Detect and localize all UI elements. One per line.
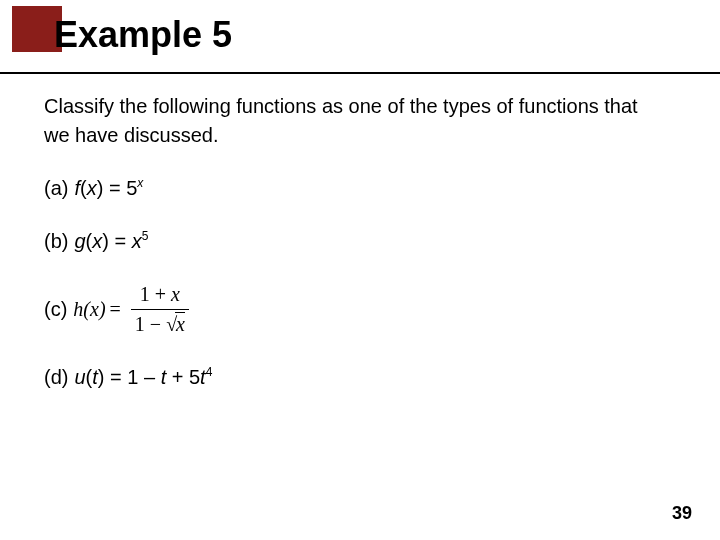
item-c-num-pre: 1 + [140, 283, 171, 305]
item-d-exp: 4 [206, 365, 213, 379]
intro-text: Classify the following functions as one … [44, 92, 644, 150]
item-c-arg: x [90, 298, 99, 320]
item-b-label: (b) [44, 227, 68, 256]
item-b-arg: x [92, 230, 102, 252]
item-a-label: (a) [44, 174, 68, 203]
item-d: (d) u(t) = 1 – t + 5t4 [44, 363, 644, 392]
item-d-func: u [74, 366, 85, 388]
item-c-den-var: x [175, 312, 185, 335]
item-c: (c) h(x)= 1 + x 1 − √x [44, 280, 644, 339]
item-b-func: g [74, 230, 85, 252]
item-c-fraction: 1 + x 1 − √x [131, 280, 189, 339]
slide-title: Example 5 [54, 14, 232, 56]
item-d-mid: + 5 [166, 366, 200, 388]
item-b-exp: 5 [142, 229, 149, 243]
item-b: (b) g(x) = x5 [44, 227, 644, 256]
page-number: 39 [672, 503, 692, 524]
item-a-exp: x [137, 176, 143, 190]
item-b-base: x [132, 230, 142, 252]
item-c-num-var: x [171, 283, 180, 305]
item-a-base: 5 [126, 177, 137, 199]
item-a-arg: x [87, 177, 97, 199]
slide-content: Classify the following functions as one … [44, 92, 644, 416]
item-c-label: (c) [44, 295, 67, 324]
item-a-func: f [74, 177, 80, 199]
item-c-func: h [73, 298, 83, 320]
item-d-pre: 1 – [127, 366, 160, 388]
item-d-arg: t [92, 366, 98, 388]
item-c-den-pre: 1 − [135, 313, 166, 335]
item-d-label: (d) [44, 363, 68, 392]
item-a: (a) f(x) = 5x [44, 174, 644, 203]
